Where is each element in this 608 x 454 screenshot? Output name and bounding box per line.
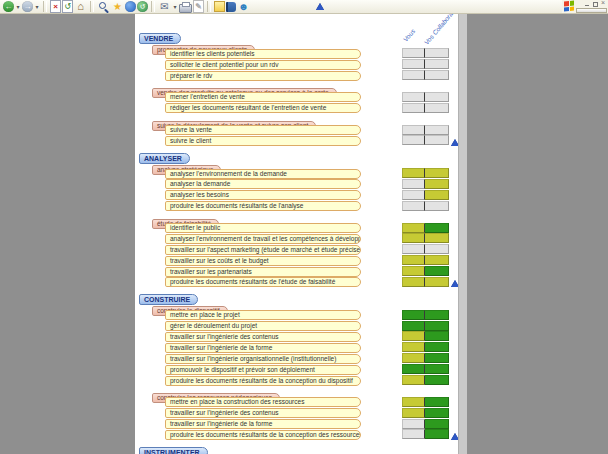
competence-cell-collaborateurs[interactable] (425, 321, 449, 331)
competence-cell-collaborateurs[interactable] (425, 255, 449, 265)
task-label[interactable]: travailler sur les partenariats (165, 267, 361, 277)
task-label[interactable]: produire les documents résultants de la … (165, 430, 361, 440)
competence-cell-collaborateurs[interactable] (425, 375, 449, 385)
competence-cell-collaborateurs[interactable] (425, 419, 449, 429)
forward-button[interactable]: → (22, 1, 33, 12)
back-button[interactable]: ← (3, 1, 14, 12)
competence-cell-collaborateurs[interactable] (425, 125, 449, 135)
mail-button[interactable]: ✉ (158, 1, 171, 13)
task-label[interactable]: promouvoir le dispositif et prévoir son … (165, 365, 361, 375)
competence-cell-collaborateurs[interactable] (425, 277, 449, 287)
competence-cell-vous[interactable] (402, 244, 425, 254)
task-label[interactable]: suivre la vente (165, 125, 361, 135)
competence-cell-collaborateurs[interactable] (425, 310, 449, 320)
competence-cell-vous[interactable] (402, 179, 425, 189)
task-label[interactable]: mettre en place la construction des ress… (165, 397, 361, 407)
home-button[interactable]: ⌂ (74, 1, 87, 13)
competence-cell-collaborateurs[interactable] (425, 135, 449, 145)
competence-cell-vous[interactable] (402, 201, 425, 211)
back-dropdown-icon[interactable]: ▾ (15, 1, 21, 13)
task-label[interactable]: produire les documents résultants de l'é… (165, 277, 361, 287)
competence-cell-vous[interactable] (402, 168, 425, 178)
competence-cell-vous[interactable] (402, 364, 425, 374)
task-label[interactable]: travailler sur les coûts et le budget (165, 256, 361, 266)
competence-cell-vous[interactable] (402, 375, 425, 385)
competence-cell-vous[interactable] (402, 277, 425, 287)
print-button[interactable] (179, 4, 192, 13)
task-label[interactable]: mettre en place le projet (165, 310, 361, 320)
competence-cell-vous[interactable] (402, 331, 425, 341)
research-button[interactable] (226, 2, 236, 12)
task-label[interactable]: analyser l'environnement de la demande (165, 169, 361, 179)
task-label[interactable]: produire les documents résultants de la … (165, 376, 361, 386)
competence-cell-vous[interactable] (402, 103, 425, 113)
task-label[interactable]: analyser les besoins (165, 190, 361, 200)
history-button[interactable]: ↺ (137, 1, 148, 12)
task-label[interactable]: travailler sur l'ingénierie des contenus (165, 332, 361, 342)
competence-cell-vous[interactable] (402, 408, 425, 418)
competence-cell-vous[interactable] (402, 190, 425, 200)
competence-cell-vous[interactable] (402, 353, 425, 363)
task-label[interactable]: travailler sur l'ingénierie de la forme (165, 343, 361, 353)
competence-cell-vous[interactable] (402, 310, 425, 320)
competence-cell-collaborateurs[interactable] (425, 353, 449, 363)
refresh-button[interactable]: ↺ (62, 0, 73, 13)
competence-cell-collaborateurs[interactable] (425, 223, 449, 233)
task-label[interactable]: travailler sur l'ingénierie de la forme (165, 419, 361, 429)
competence-cell-vous[interactable] (402, 48, 425, 58)
competence-cell-vous[interactable] (402, 255, 425, 265)
competence-cell-vous[interactable] (402, 419, 425, 429)
competence-cell-vous[interactable] (402, 59, 425, 69)
task-label[interactable]: identifier le public (165, 223, 361, 233)
competence-cell-collaborateurs[interactable] (425, 429, 449, 439)
task-label[interactable]: analyser l'environnement de travail et l… (165, 234, 361, 244)
competence-cell-collaborateurs[interactable] (425, 408, 449, 418)
competence-cell-collaborateurs[interactable] (425, 92, 449, 102)
task-label[interactable]: analyser la demande (165, 179, 361, 189)
competence-cell-vous[interactable] (402, 223, 425, 233)
competence-cell-vous[interactable] (402, 429, 425, 439)
competence-cell-vous[interactable] (402, 397, 425, 407)
competence-cell-vous[interactable] (402, 233, 425, 243)
task-label[interactable]: travailler sur l'ingénierie des contenus (165, 408, 361, 418)
competence-cell-collaborateurs[interactable] (425, 190, 449, 200)
task-label[interactable]: identifier les clients potentiels (165, 49, 361, 59)
competence-cell-collaborateurs[interactable] (425, 48, 449, 58)
favorites-button[interactable]: ★ (111, 1, 124, 13)
mail-dropdown-icon[interactable]: ▾ (172, 1, 178, 13)
competence-cell-collaborateurs[interactable] (425, 59, 449, 69)
competence-cell-collaborateurs[interactable] (425, 201, 449, 211)
task-label[interactable]: suivre le client (165, 136, 361, 146)
close-button[interactable] (601, 2, 606, 7)
competence-cell-collaborateurs[interactable] (425, 233, 449, 243)
task-label[interactable]: gérer le déroulement du projet (165, 321, 361, 331)
minimize-button[interactable] (585, 2, 590, 7)
competence-cell-vous[interactable] (402, 342, 425, 352)
media-button[interactable] (125, 1, 136, 12)
discuss-button[interactable] (214, 1, 225, 12)
competence-cell-vous[interactable] (402, 266, 425, 276)
messenger-button[interactable]: ☻ (237, 1, 250, 13)
competence-cell-collaborateurs[interactable] (425, 331, 449, 341)
search-button[interactable] (97, 1, 110, 13)
competence-cell-collaborateurs[interactable] (425, 266, 449, 276)
competence-cell-vous[interactable] (402, 70, 425, 80)
task-label[interactable]: mener l'entretien de vente (165, 92, 361, 102)
competence-cell-vous[interactable] (402, 135, 425, 145)
competence-cell-collaborateurs[interactable] (425, 244, 449, 254)
task-label[interactable]: solliciter le client potentiel pour un r… (165, 60, 361, 70)
task-label[interactable]: produire les documents résultants de l'a… (165, 201, 361, 211)
scroll-up-triangle-icon[interactable] (316, 3, 324, 10)
task-label[interactable]: rédiger les documents résultant de l'ent… (165, 103, 361, 113)
task-label[interactable]: préparer le rdv (165, 71, 361, 81)
competence-cell-collaborateurs[interactable] (425, 364, 449, 374)
competence-cell-collaborateurs[interactable] (425, 179, 449, 189)
competence-cell-collaborateurs[interactable] (425, 342, 449, 352)
competence-cell-collaborateurs[interactable] (425, 103, 449, 113)
edit-button[interactable]: ✎ (193, 0, 204, 13)
task-label[interactable]: travailler sur l'ingénierie organisation… (165, 354, 361, 364)
stop-button[interactable]: × (50, 0, 61, 13)
competence-cell-collaborateurs[interactable] (425, 397, 449, 407)
competence-cell-vous[interactable] (402, 125, 425, 135)
competence-cell-vous[interactable] (402, 321, 425, 331)
